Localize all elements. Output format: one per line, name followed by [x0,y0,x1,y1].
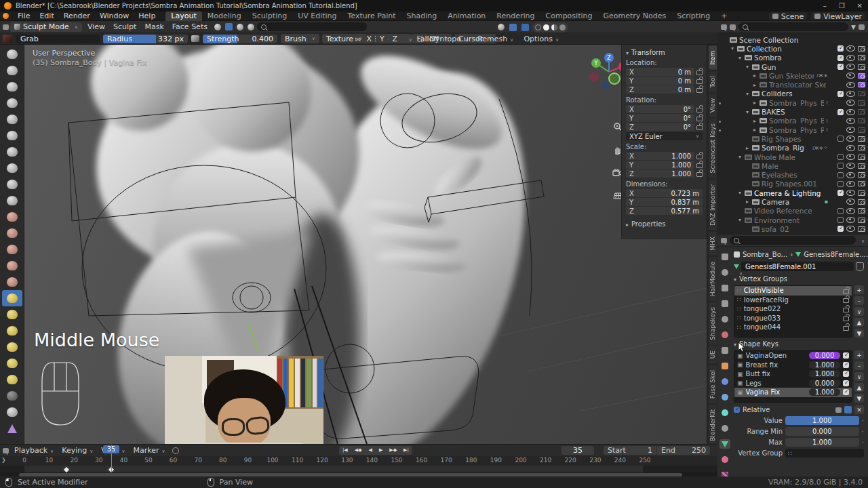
datablock-name-field[interactable]: Genesis8Female.001 [741,262,854,271]
dyntopo-checkbox[interactable] [417,36,423,42]
object-tab-icon[interactable] [719,361,730,371]
mask-sphere-icon[interactable] [248,24,254,30]
hide-eye-icon[interactable] [846,199,855,205]
range-max-field[interactable]: 1.000 [785,438,859,447]
radius-slider[interactable]: Radius332 px [103,35,188,43]
clay-thumb-brush-icon[interactable] [2,111,22,127]
relative-checkbox[interactable] [734,407,740,413]
shape-key-mute-checkbox[interactable] [843,371,849,377]
outliner-row[interactable]: ▾ BAKES [717,107,868,116]
workspace-tab[interactable]: Texture Paint [342,12,401,21]
expand-arrow[interactable]: ▾ [737,190,743,196]
exclude-checkbox[interactable] [837,217,844,223]
sidebar-tab[interactable]: View [709,94,717,117]
exclude-checkbox[interactable] [837,190,844,196]
outliner-row[interactable]: ▾ Collection [717,44,868,53]
dimension-field[interactable]: Y0.837 m [626,198,703,206]
list-button[interactable]: ▲ [854,383,864,392]
shape-key-value[interactable]: 1.000 [809,370,840,378]
sidebar-tab[interactable]: BlenderKit [709,405,717,446]
lock-icon[interactable] [696,155,703,159]
shape-key-value[interactable]: 0.000 [809,352,840,359]
fake-user-shield-icon[interactable] [856,262,864,271]
list-button[interactable]: ▼ [854,394,864,403]
start-frame-field[interactable]: Start1 [604,446,656,455]
world-tab-icon[interactable] [719,330,730,340]
rotation-mode-dropdown[interactable]: XYZ Euler [626,132,703,140]
transport-button[interactable]: ▶ [376,446,386,455]
mirror-axis-button[interactable]: Y [376,35,388,43]
disable-render-camera-icon[interactable] [858,181,865,186]
blender-menu-icon[interactable] [3,13,9,19]
mirror-axis-button[interactable]: Z [389,35,401,43]
dimension-field[interactable]: X0.723 m [626,189,703,197]
expand-arrow[interactable]: ▸ [752,100,757,106]
shape-key-mute-checkbox[interactable] [843,352,849,359]
breadcrumb-data[interactable]: Genesis8Female.... [804,251,868,258]
outliner-row[interactable]: Rig Shapes.001 [717,180,868,188]
modifiers-tab-icon[interactable] [719,377,730,386]
rotate-brush-icon[interactable] [2,388,22,404]
fill-brush-icon[interactable] [2,225,22,241]
exclude-checkbox[interactable] [837,163,844,169]
funnel-filter-icon[interactable]: ▼ [851,24,856,30]
snake-hook-brush-icon[interactable] [2,323,22,339]
mesh-data-icon[interactable] [734,264,739,269]
timeline-editor-type-icon[interactable] [3,448,9,453]
shape-key-row[interactable]: ▣VaginaOpen0.000 [734,351,852,361]
disable-render-camera-icon[interactable] [858,226,865,232]
scene-tab-icon[interactable] [719,314,730,324]
timeline-channels[interactable] [0,466,717,472]
outliner-item-label[interactable]: Rig Shapes.001 [762,180,826,188]
material-shading-icon[interactable] [551,24,557,30]
outliner-row[interactable]: ▾ Whole Male [717,152,868,161]
outliner-row[interactable]: ▸ Translocator Skeleton [717,80,868,89]
outliner-row[interactable]: Eyelashes [717,170,868,179]
pose-brush-icon[interactable] [2,355,22,371]
thumb-brush-icon[interactable] [2,339,22,355]
current-frame-field[interactable]: 35 [561,446,594,455]
outliner-item-label[interactable]: Gun [762,63,826,71]
vertex-group-row[interactable]: ∷tongue033 [734,314,852,323]
shape-key-value[interactable]: 1.000 [809,361,840,369]
vertex-group-row[interactable]: ∷ClothVisible [734,286,852,296]
outliner-row[interactable]: Scene Collection [717,35,868,44]
smooth-brush-icon[interactable] [2,192,22,209]
lock-open-icon[interactable] [843,317,849,321]
outliner-row[interactable]: ▾ Gun [717,62,868,71]
workspace-tab[interactable]: Animation [442,12,491,21]
lock-icon[interactable] [696,163,703,168]
flatten-brush-icon[interactable] [2,209,22,225]
disable-render-camera-icon[interactable] [858,190,865,196]
shape-key-value[interactable]: 1.000 [809,388,840,396]
pinch-brush-icon[interactable] [2,274,22,290]
expand-arrow[interactable]: ▾ [745,64,750,70]
hide-eye-icon[interactable] [846,208,855,214]
texture-slot-icon[interactable] [225,23,233,30]
rotation-field[interactable]: Y0° [626,114,694,122]
outliner-row[interactable]: ▾ Colliders [717,89,868,98]
menu-item[interactable]: Window [95,12,134,20]
close-button[interactable]: ✕ [857,2,863,9]
outliner-item-label[interactable]: Colliders [762,89,826,98]
disable-render-camera-icon[interactable] [858,82,865,87]
hide-eye-icon[interactable] [846,64,855,70]
particles-tab-icon[interactable] [719,392,730,402]
menu-item[interactable]: Edit [35,12,58,20]
properties-editor-type-icon[interactable] [721,238,727,243]
brush-thumbnail[interactable] [3,35,12,43]
disable-render-camera-icon[interactable] [858,199,865,205]
hide-eye-icon[interactable] [846,73,855,79]
outliner-item-label[interactable]: Whole Male [754,153,826,161]
brush-falloff-icon[interactable] [191,35,199,42]
constraints-tab-icon[interactable] [719,424,730,433]
outliner-item-label[interactable]: Scene Collection [739,36,826,44]
outliner-row[interactable]: ▸ Sombra_Phys_Penis ≀ [717,125,868,134]
dyntopo-menu[interactable]: Dyntopo [425,35,471,43]
shape-key-row[interactable]: ▣Breast fix1.000 [734,361,852,370]
expand-arrow[interactable]: ▾ [737,154,743,160]
sidebar-tab[interactable]: Shapekeys [709,302,717,345]
expand-arrow[interactable]: ▾ [730,45,735,52]
exclude-checkbox[interactable] [837,208,844,214]
hide-eye-icon[interactable] [846,118,855,124]
